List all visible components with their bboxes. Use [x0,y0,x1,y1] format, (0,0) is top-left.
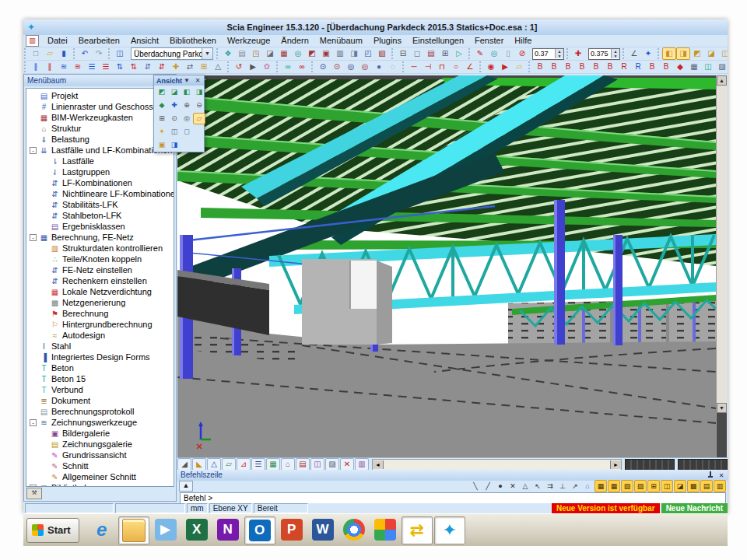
tree-item-berechnungsprotokoll[interactable]: ▤Berechnungsprotokoll [30,406,174,417]
viewport-3d-scene[interactable] [177,75,716,457]
tree-item-hintergrundberechnung[interactable]: ⚐Hintergrundberechnung [30,319,174,330]
snap-midpoint-icon[interactable]: △ [519,480,531,492]
palette-dropdown-icon[interactable]: ▼ [182,76,191,85]
tree-item-integriertes-design-forms[interactable]: ▐Integriertes Design Forms [30,352,174,362]
menu-ansicht[interactable]: Ansicht [125,35,164,47]
tree-item-schnitt[interactable]: ✎Schnitt [30,460,174,471]
tree-item-berechnung-fe-netz[interactable]: -▦Berechnung, FE-Netz [30,232,174,243]
snap-extend-icon[interactable]: ↗ [569,480,581,492]
view-iso-icon[interactable]: ◆ [156,100,168,111]
message-badge[interactable]: Neue Nachricht [661,503,728,513]
result-b4-icon[interactable]: B [575,61,589,73]
preview-icon[interactable]: ◻ [410,47,424,60]
tree-item-netzgenerierung[interactable]: ▩Netzgenerierung [30,297,174,308]
expand-icon[interactable]: + [30,485,37,488]
eye-icon[interactable]: ◉ [484,61,498,73]
result-b8-icon[interactable]: B [659,61,673,73]
tree-item-lf-kombinationen[interactable]: ⇵LF-Kombinationen [30,177,174,188]
tree-item-lastfälle-und-lf-kombinationen[interactable]: -⇊Lastfälle und LF-Kombinationen [30,145,174,156]
zoom-out-icon[interactable]: ⊖ [193,100,205,111]
sort-up-icon[interactable]: ⇅ [113,61,127,73]
result-r2-icon[interactable]: R [631,61,645,73]
clipboard-icon[interactable]: ▦ [277,47,291,60]
menu-datei[interactable]: Datei [42,35,73,47]
excel-icon[interactable]: X [182,516,212,543]
menu-einstellungen[interactable]: Einstellungen [407,35,469,47]
tree-item-allgemeiner-schnitt[interactable]: ✎Allgemeiner Schnitt [30,471,174,482]
grid-snap-1-icon[interactable]: ▦ [594,480,607,492]
snap-ortho-icon[interactable]: ⊥ [556,480,569,492]
tree-item-beton[interactable]: TBeton [30,362,174,373]
snap-off-icon[interactable]: ✕ [507,480,519,492]
scia-arrows-icon[interactable]: ⇄ [402,516,433,544]
clipboard-picture-icon[interactable]: ▣ [156,139,168,151]
scia-engineer-icon[interactable]: ✦ [434,516,465,544]
menu-bearbeiten[interactable]: Bearbeiten [73,35,125,47]
snap-corner-icon[interactable]: ↖ [531,480,544,492]
lasso-icon[interactable]: ✿ [260,61,274,73]
pencil-icon[interactable]: ✎ [473,47,487,60]
result-b1-icon[interactable]: B [533,61,547,73]
tree-item-lokale-netzverdichtung[interactable]: ▦Lokale Netzverdichtung [30,286,174,297]
storeys-icon[interactable]: ◳ [249,47,263,60]
media-player-icon[interactable]: ▶ [151,516,181,543]
erase-icon[interactable]: ⊘ [515,47,529,60]
combo-dropdown-icon[interactable]: ▼ [202,48,212,59]
project-combobox[interactable]: Überdachung Parkde▼ [131,47,213,60]
command-input[interactable]: Befehl > [180,492,726,504]
rectangle-icon[interactable]: ⊓ [435,61,449,73]
snap-center-icon[interactable]: ⌂ [581,480,594,492]
pin-icon[interactable] [706,471,715,480]
tree-item-nichtlineare-lf-kombinationen[interactable]: ⇵Nichtlineare LF-Kombinationen [30,188,174,199]
grid-snap-9-icon[interactable]: ▤ [700,480,713,492]
volumes-icon[interactable]: ▱ [222,458,236,471]
view-front-icon[interactable]: ◧ [662,47,676,60]
tree-item-fe-netz-einstellen[interactable]: ⇵FE-Netz einstellen [30,264,174,275]
supports-display-icon[interactable]: ⌂ [281,458,295,471]
tree-item-belastung[interactable]: ⇓Belastung [30,134,174,145]
clipping-box-icon[interactable]: ◫ [168,126,181,138]
result-diamond-icon[interactable]: ◆ [673,61,687,73]
view-x-icon[interactable]: ◩ [156,86,168,98]
collapse-icon[interactable]: - [30,419,37,426]
tree-item-ergebnisklassen[interactable]: ▤Ergebnisklassen [30,221,174,232]
binocular-blue-icon[interactable]: ⊙ [316,61,330,73]
zoom-selection-icon[interactable]: ◎ [181,113,193,124]
zoom-all-icon[interactable]: ⊙ [168,113,181,124]
close-window-icon[interactable]: ◫ [113,47,127,60]
exchange-icon[interactable]: ⇄ [183,61,197,73]
clip-icon[interactable]: ▯ [501,47,515,60]
scale-tool-icon[interactable]: ✚ [571,47,585,60]
tree-item-grundrissansicht[interactable]: ✎Grundrissansicht [30,450,174,460]
view-top-icon[interactable]: ◫ [718,47,728,60]
layers-icon[interactable]: ▤ [235,47,249,60]
labels-icon[interactable]: ◫ [310,458,324,471]
select-slabs-icon[interactable]: ≋ [57,61,71,73]
binocular-red-icon[interactable]: ⊙ [330,61,344,73]
image-icon[interactable]: ◨ [347,47,361,60]
loads-display-icon[interactable]: ▦ [266,458,280,471]
lights-icon[interactable]: ✕ [340,458,354,471]
view-left-icon[interactable]: ◩ [690,47,704,60]
triangle-icon[interactable]: △ [211,61,225,73]
tree-item-stahlbeton-lfk[interactable]: ⇵Stahlbeton-LFK [30,210,174,221]
tree-item-projekt[interactable]: ▤Projekt [30,90,174,101]
result-b7-icon[interactable]: B [645,61,659,73]
find-node-icon[interactable]: ◎ [358,61,372,73]
chrome-icon[interactable] [339,516,369,543]
tree-item-rechenkern-einstellen[interactable]: ⇵Rechenkern einstellen [30,275,174,286]
tree-item-stabilitäts-lfk[interactable]: ⇵Stabilitäts-LFK [30,199,174,210]
fly-icon[interactable]: ▶ [498,61,512,73]
grid-snap-6-icon[interactable]: ◫ [661,480,673,492]
menu-werkzeuge[interactable]: Werkzeuge [222,35,275,47]
sort-down-icon[interactable]: ⇅ [127,61,141,73]
vertical-scrollbar[interactable]: ▲ ▼ [716,75,727,457]
polyline-icon[interactable]: ⊣ [421,61,435,73]
members-icon[interactable]: ◪ [263,47,277,60]
open-project-icon[interactable]: ▱ [512,61,526,73]
grid-snap-7-icon[interactable]: ◪ [674,480,686,492]
pinwheel-app-icon[interactable] [370,516,400,543]
scroll-up-icon[interactable]: ▲ [717,75,727,86]
tree-item-autodesign[interactable]: ≈Autodesign [30,330,174,341]
view-y-icon[interactable]: ◪ [168,86,181,98]
